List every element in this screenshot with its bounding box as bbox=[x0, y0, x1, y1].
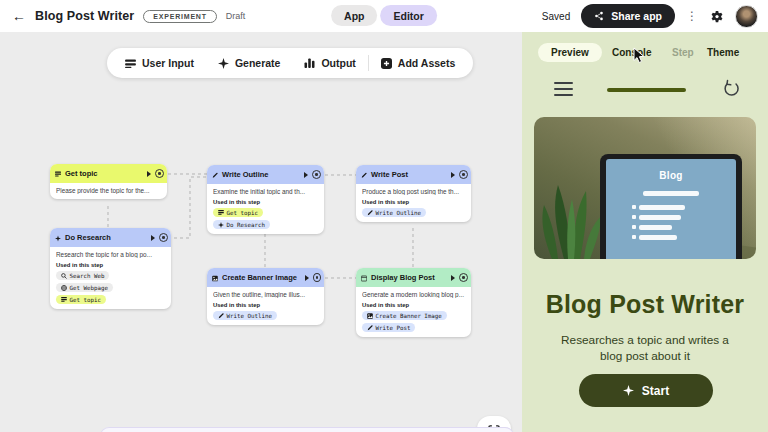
user-input-icon bbox=[125, 59, 136, 68]
chip-search-web[interactable]: Search Web bbox=[56, 271, 109, 280]
output-port[interactable] bbox=[312, 170, 321, 179]
node-title: Do Research bbox=[65, 233, 111, 242]
globe-icon bbox=[61, 285, 67, 291]
node-get-topic-header[interactable]: Get topic bbox=[50, 164, 167, 183]
menu-icon bbox=[55, 171, 61, 177]
output-label: Output bbox=[321, 57, 355, 69]
node-write-outline[interactable]: Write Outline Examine the initial topic … bbox=[207, 165, 324, 234]
node-title: Display Blog Post bbox=[371, 273, 435, 282]
node-do-research[interactable]: Do Research Research the topic for a blo… bbox=[50, 228, 171, 309]
chip-label: Search Web bbox=[70, 273, 105, 279]
laptop-screen: Blog bbox=[606, 159, 736, 259]
output-tool[interactable]: Output bbox=[292, 48, 367, 78]
used-in-step-label: Used in this step bbox=[362, 199, 465, 205]
chip-get-topic[interactable]: Get topic bbox=[56, 295, 106, 304]
restart-icon[interactable] bbox=[722, 79, 741, 98]
add-assets-icon bbox=[381, 58, 392, 69]
run-step-icon[interactable] bbox=[147, 171, 151, 177]
output-port[interactable] bbox=[159, 233, 168, 242]
search-icon bbox=[61, 273, 67, 279]
pencil-icon bbox=[361, 172, 367, 178]
node-description: Produce a blog post using the th... bbox=[362, 188, 465, 195]
share-app-label: Share app bbox=[611, 10, 662, 22]
user-input-label: User Input bbox=[142, 57, 194, 69]
app-preview-title: Blog Post Writer bbox=[522, 290, 768, 319]
bar-chart-icon bbox=[304, 58, 315, 68]
chip-label: Write Post bbox=[376, 325, 411, 331]
chip-label: Get topic bbox=[70, 297, 101, 303]
saved-status: Saved bbox=[542, 11, 570, 22]
chip-label: Write Outline bbox=[227, 313, 272, 319]
app-tab[interactable]: App bbox=[331, 5, 377, 26]
user-avatar[interactable] bbox=[735, 5, 758, 28]
node-write-post-header[interactable]: Write Post bbox=[356, 165, 471, 184]
run-step-icon[interactable] bbox=[151, 235, 155, 241]
browser-window-icon bbox=[361, 275, 367, 281]
output-port[interactable] bbox=[313, 273, 321, 282]
chip-write-post[interactable]: Write Post bbox=[362, 323, 415, 332]
node-description: Please provide the topic for the... bbox=[56, 187, 161, 194]
workflow-canvas[interactable]: User Input Generate Output Add Assets bbox=[0, 32, 522, 432]
app-window: ← Blog Post Writer EXPERIMENT Draft App … bbox=[0, 0, 768, 432]
chat-input-bar[interactable] bbox=[100, 427, 514, 432]
generate-tool[interactable]: Generate bbox=[206, 48, 293, 78]
chip-create-banner-image[interactable]: Create Banner Image bbox=[362, 311, 447, 320]
chip-get-topic[interactable]: Get topic bbox=[213, 208, 263, 217]
chip-write-outline[interactable]: Write Outline bbox=[362, 208, 426, 217]
used-in-step-label: Used in this step bbox=[213, 302, 318, 308]
image-icon bbox=[212, 275, 218, 281]
preview-panel: Preview Console Step Theme Blog bbox=[522, 32, 768, 432]
progress-bar bbox=[607, 88, 686, 92]
node-create-banner-image[interactable]: Create Banner Image Given the outline, i… bbox=[207, 268, 324, 325]
draft-status: Draft bbox=[226, 11, 246, 21]
description-line-2: blog post about it bbox=[600, 349, 690, 363]
chip-get-webpage[interactable]: Get Webpage bbox=[56, 283, 113, 292]
page-title: Blog Post Writer bbox=[35, 9, 134, 23]
app-editor-toggle: App Editor bbox=[331, 5, 437, 26]
chip-write-outline[interactable]: Write Outline bbox=[213, 311, 277, 320]
more-options-icon[interactable]: ⋮ bbox=[686, 10, 698, 22]
used-in-step-label: Used in this step bbox=[362, 302, 465, 308]
user-input-tool[interactable]: User Input bbox=[113, 48, 206, 78]
start-label: Start bbox=[642, 384, 669, 398]
tab-theme[interactable]: Theme bbox=[707, 47, 739, 58]
node-description: Examine the initial topic and th... bbox=[213, 188, 318, 195]
add-assets-label: Add Assets bbox=[398, 57, 455, 69]
node-do-research-header[interactable]: Do Research bbox=[50, 228, 171, 247]
output-port[interactable] bbox=[459, 170, 468, 179]
tab-step[interactable]: Step bbox=[672, 47, 694, 58]
back-arrow-icon[interactable]: ← bbox=[12, 9, 26, 23]
node-display-blog-post-header[interactable]: Display Blog Post bbox=[356, 268, 471, 287]
pencil-icon bbox=[218, 313, 224, 319]
node-title: Create Banner Image bbox=[222, 273, 297, 282]
node-toolbar: User Input Generate Output Add Assets bbox=[107, 48, 473, 78]
add-assets-tool[interactable]: Add Assets bbox=[369, 48, 467, 78]
node-create-banner-image-header[interactable]: Create Banner Image bbox=[207, 268, 324, 287]
used-in-step-label: Used in this step bbox=[213, 199, 318, 205]
generate-label: Generate bbox=[235, 57, 281, 69]
pencil-icon bbox=[212, 172, 218, 178]
editor-tab[interactable]: Editor bbox=[381, 5, 437, 26]
run-step-icon[interactable] bbox=[451, 172, 455, 178]
share-icon bbox=[594, 11, 604, 21]
node-get-topic[interactable]: Get topic Please provide the topic for t… bbox=[50, 164, 167, 199]
run-step-icon[interactable] bbox=[304, 172, 308, 178]
chip-label: Do Research bbox=[227, 222, 265, 228]
output-port[interactable] bbox=[155, 169, 164, 178]
node-display-blog-post[interactable]: Display Blog Post Generate a modern look… bbox=[356, 268, 471, 337]
chip-do-research[interactable]: Do Research bbox=[213, 220, 270, 229]
share-app-button[interactable]: Share app bbox=[581, 4, 675, 28]
node-write-post[interactable]: Write Post Produce a blog post using the… bbox=[356, 165, 471, 222]
output-port[interactable] bbox=[459, 273, 468, 282]
laptop-illustration: Blog bbox=[600, 154, 742, 259]
run-step-icon[interactable] bbox=[305, 275, 309, 281]
node-write-outline-header[interactable]: Write Outline bbox=[207, 165, 324, 184]
node-description: Research the topic for a blog po... bbox=[56, 251, 165, 258]
run-step-icon[interactable] bbox=[451, 275, 455, 281]
tab-preview[interactable]: Preview bbox=[538, 43, 602, 62]
preview-menu-icon[interactable] bbox=[554, 82, 573, 96]
start-button[interactable]: Start bbox=[579, 374, 713, 407]
settings-gear-icon[interactable] bbox=[709, 9, 724, 24]
node-title: Write Post bbox=[371, 170, 408, 179]
pencil-icon bbox=[367, 210, 373, 216]
